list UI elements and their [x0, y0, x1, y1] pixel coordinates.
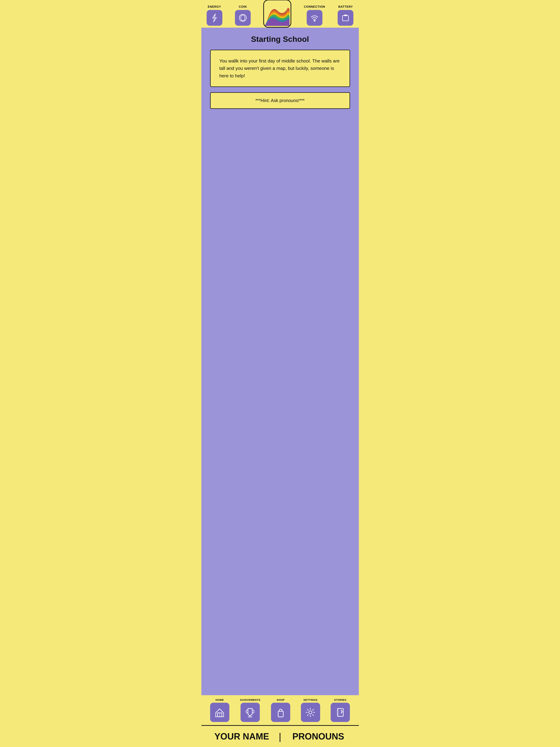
stories-icon-box [331, 703, 350, 722]
home-icon [214, 707, 225, 718]
svg-point-0 [239, 14, 246, 21]
wifi-icon [310, 13, 319, 23]
connection-icon-box [307, 10, 322, 26]
svg-point-3 [314, 20, 315, 21]
story-text: You wallk into your first day of middle … [219, 57, 341, 79]
app-logo [263, 0, 291, 28]
story-box: You wallk into your first day of middle … [210, 50, 350, 87]
shop-icon-box [271, 703, 290, 722]
bottom-footer: YOUR NAME | PRONOUNS [202, 725, 359, 747]
svg-rect-5 [344, 15, 347, 16]
home-icon-box [210, 703, 229, 722]
coin-icon [238, 13, 247, 23]
coin-icon-box [235, 10, 251, 26]
status-bar: ENERGY COIN [202, 0, 359, 28]
achievements-icon-box [241, 703, 260, 722]
svg-rect-15 [338, 709, 343, 716]
settings-icon [305, 707, 316, 718]
nav-stories-label: STORIES [334, 698, 347, 701]
connection-label: CONNECTION [304, 5, 325, 8]
nav-settings[interactable]: SETTINGS [301, 698, 320, 722]
app-container: ENERGY COIN [202, 0, 359, 747]
svg-point-1 [241, 15, 245, 21]
footer-pronouns: PRONOUNS [285, 731, 352, 742]
nav-stories[interactable]: STORIES [331, 698, 350, 722]
footer-name: YOUR NAME [208, 731, 275, 742]
battery-label: BATTERY [338, 5, 353, 8]
coin-label: COIN [239, 5, 247, 8]
main-content: Starting School You wallk into your firs… [202, 28, 359, 695]
app-logo-area [263, 0, 291, 28]
coin-group: COIN [235, 5, 251, 26]
energy-group: ENERGY [207, 5, 222, 26]
energy-label: ENERGY [208, 5, 221, 8]
page-title: Starting School [251, 35, 309, 44]
nav-achievements-label: ACHIVEMENTS [240, 698, 260, 701]
hint-box: ***Hint: Ask pronouns!*** [210, 92, 350, 109]
hint-text: ***Hint: Ask pronouns!*** [218, 98, 343, 103]
rainbow-svg [265, 1, 290, 26]
nav-shop-label: SHOP [276, 698, 285, 701]
energy-icon-box [207, 10, 222, 26]
svg-point-14 [309, 711, 312, 714]
bottom-nav: HOME ACHIVEMENTS [202, 695, 359, 725]
svg-rect-4 [343, 16, 348, 21]
trophy-icon [244, 707, 256, 718]
nav-achievements[interactable]: ACHIVEMENTS [240, 698, 260, 722]
battery-icon-box [338, 10, 353, 26]
connection-group: CONNECTION [304, 5, 325, 26]
nav-shop[interactable]: SHOP [271, 698, 290, 722]
lightning-icon [210, 13, 219, 23]
nav-home-label: HOME [216, 698, 224, 701]
stories-icon [335, 707, 346, 718]
nav-settings-label: SETTINGS [303, 698, 318, 701]
svg-rect-13 [278, 711, 283, 717]
battery-group: BATTERY [338, 5, 353, 26]
footer-divider: | [275, 731, 285, 742]
settings-icon-box [301, 703, 320, 722]
nav-home[interactable]: HOME [210, 698, 229, 722]
battery-icon [341, 13, 350, 23]
shop-icon [275, 707, 286, 718]
